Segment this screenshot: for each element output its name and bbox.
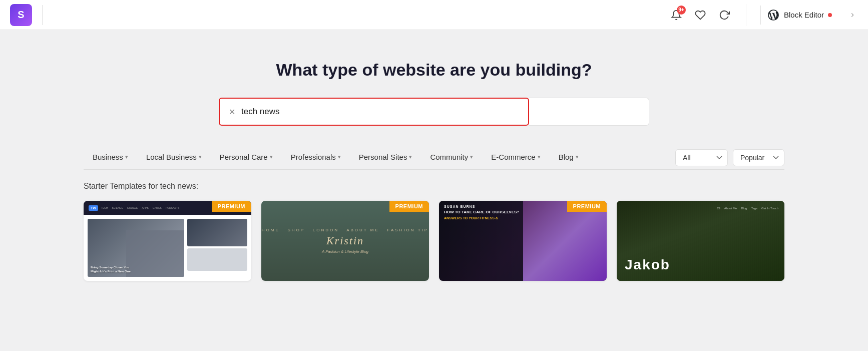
filter-tab-personal-care-label: Personal Care	[220, 153, 268, 161]
close-icon: ✕	[229, 107, 235, 117]
chevron-down-icon: ▾	[125, 154, 128, 160]
chevron-down-icon: ▾	[199, 154, 202, 160]
premium-badge: PREMIUM	[567, 201, 607, 212]
filter-tab-local-business[interactable]: Local Business ▾	[137, 146, 211, 169]
main-content: What type of website are you building? ✕…	[0, 30, 868, 296]
filter-right-controls: All Free Premium Popular Newest Trending	[675, 149, 784, 166]
card-preview-kristin: Home Shop London About Me Fashion Tip Kr…	[261, 201, 429, 281]
premium-badge: PREMIUM	[212, 201, 251, 212]
search-input[interactable]	[241, 107, 520, 117]
topbar-right: 9+ Block Editor	[669, 4, 858, 26]
chevron-down-icon: ▾	[409, 154, 412, 160]
template-card-kristin[interactable]: PREMIUM Home Shop London About Me Fashio…	[261, 201, 429, 281]
card-subtitle: A Fashion & Lifestyle Blog	[322, 249, 368, 254]
card-content: Home Shop London About Me Fashion Tip Kr…	[262, 228, 428, 254]
template-card-fitness[interactable]: PREMIUM Susan Burns How To Take Care Of …	[439, 201, 607, 281]
template-cards-grid: PREMIUM TW TECH SCIENCE GOOGLE APPS GAME…	[84, 201, 784, 281]
card-nav: JS About Me Blog Tags Get In Touch	[717, 207, 778, 210]
heart-icon	[695, 10, 706, 21]
topbar-section-divider	[746, 4, 746, 26]
chevron-down-icon: ▾	[470, 154, 473, 160]
wordpress-icon	[767, 9, 780, 22]
filter-tab-personal-sites[interactable]: Personal Sites ▾	[350, 146, 421, 169]
chevron-down-icon: ▾	[338, 154, 341, 160]
card-main-text: Bring Someday Closer YouMight & It's Pri…	[91, 266, 131, 274]
card-body: Bring Someday Closer YouMight & It's Pri…	[84, 215, 251, 281]
filter-all-select[interactable]: All Free Premium	[675, 149, 728, 166]
chevron-down-icon: ▾	[538, 154, 541, 160]
chevron-down-icon: ▾	[270, 154, 273, 160]
filter-tab-community-label: Community	[430, 153, 468, 161]
filter-tab-ecommerce-label: E-Commerce	[491, 153, 535, 161]
template-card-techwire[interactable]: PREMIUM TW TECH SCIENCE GOOGLE APPS GAME…	[84, 201, 251, 281]
filter-tab-local-business-label: Local Business	[146, 153, 197, 161]
filter-tab-professionals-label: Professionals	[291, 153, 336, 161]
search-box: ✕	[219, 98, 529, 126]
results-label: Starter Templates for tech news:	[84, 182, 784, 191]
card-side-img2	[187, 248, 247, 271]
block-editor-label: Block Editor	[784, 11, 824, 19]
card-preview-jakob: JS About Me Blog Tags Get In Touch Jakob	[617, 201, 784, 281]
card-subtitle: ANSWERS TO YOUR FITNESS &	[444, 216, 602, 220]
filter-tab-personal-care[interactable]: Personal Care ▾	[211, 146, 282, 169]
card-nav-top: Home Shop London About Me Fashion Tip	[262, 228, 428, 232]
card-preview-techwire: TW TECH SCIENCE GOOGLE APPS GAMES PODCAS…	[84, 201, 251, 281]
notification-badge: 9+	[677, 6, 686, 15]
card-preview-fitness: Susan Burns How To Take Care Of Ourselve…	[439, 201, 607, 281]
filter-tab-professionals[interactable]: Professionals ▾	[282, 146, 350, 169]
filter-tab-blog[interactable]: Blog ▾	[550, 146, 588, 169]
expand-button[interactable]	[847, 10, 858, 21]
favorites-button[interactable]	[693, 8, 708, 23]
filter-tab-community[interactable]: Community ▾	[421, 146, 482, 169]
card-logo: TW	[89, 205, 98, 211]
search-container: ✕	[219, 98, 649, 126]
card-title: Kristin	[326, 234, 364, 247]
refresh-icon	[719, 10, 730, 21]
page-title: What type of website are you building?	[276, 60, 592, 80]
card-nav: TECH SCIENCE GOOGLE APPS GAMES PODCASTS	[101, 206, 179, 209]
filter-tab-ecommerce[interactable]: E-Commerce ▾	[482, 146, 549, 169]
filter-tab-business-label: Business	[93, 153, 123, 161]
chevron-right-icon	[849, 12, 856, 19]
app-logo: S	[10, 4, 32, 26]
block-editor-button[interactable]: Block Editor	[760, 6, 838, 25]
filter-bar: Business ▾ Local Business ▾ Personal Car…	[84, 146, 784, 170]
template-card-jakob[interactable]: JS About Me Blog Tags Get In Touch Jakob	[617, 201, 784, 281]
topbar: S 9+	[0, 0, 868, 30]
topbar-left: S	[10, 4, 53, 26]
filter-sort-select[interactable]: Popular Newest Trending	[733, 149, 784, 166]
notifications-button[interactable]: 9+	[669, 8, 684, 23]
refresh-button[interactable]	[717, 8, 732, 23]
filter-tab-business[interactable]: Business ▾	[84, 146, 137, 169]
card-main-image: Bring Someday Closer YouMight & It's Pri…	[88, 219, 184, 277]
card-side	[187, 219, 247, 277]
block-editor-status-dot	[828, 13, 832, 17]
filter-tab-personal-sites-label: Personal Sites	[359, 153, 407, 161]
chevron-down-icon: ▾	[576, 154, 579, 160]
card-side-img1	[187, 219, 247, 246]
search-clear-button[interactable]: ✕	[228, 106, 236, 118]
topbar-divider	[42, 5, 43, 25]
filter-tab-blog-label: Blog	[559, 153, 574, 161]
premium-badge: PREMIUM	[389, 201, 429, 212]
search-right-extension	[529, 98, 649, 126]
card-title: Jakob	[625, 257, 670, 273]
results-section: Starter Templates for tech news: PREMIUM…	[84, 182, 784, 281]
